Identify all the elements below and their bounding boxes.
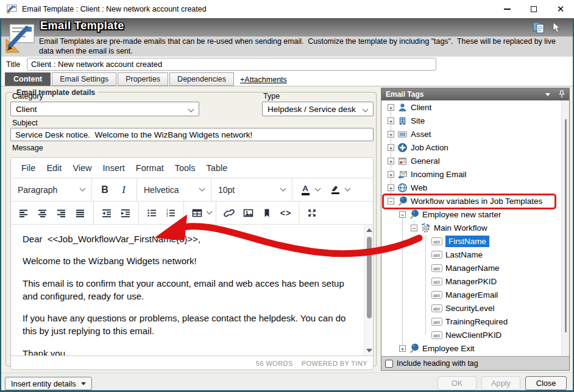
abl-icon (431, 278, 442, 285)
font-size-select[interactable]: 10pt (216, 185, 288, 195)
banner-heading: Email Template (40, 19, 124, 32)
menu-tools[interactable]: Tools (169, 160, 201, 176)
chevron-down-icon[interactable] (315, 186, 321, 192)
tree-item-newclientpkid[interactable]: NewClientPKID (381, 328, 569, 341)
expand-plus-icon[interactable]: + (388, 131, 394, 138)
highlight-color-icon (331, 185, 339, 195)
tab-content[interactable]: Content (5, 72, 51, 86)
highlight-color-button[interactable] (327, 181, 344, 199)
chevron-down-icon[interactable] (207, 209, 213, 215)
collapse-minus-icon[interactable]: − (411, 225, 417, 231)
text-color-button[interactable]: A (297, 181, 314, 199)
rich-text-editor: File Edit View Insert Format Tools Table… (10, 157, 374, 370)
numbered-list-button[interactable]: 123 (162, 204, 179, 222)
tree-item-site[interactable]: + Site (381, 114, 569, 127)
insert-entity-details-button[interactable]: Insert entity details (5, 377, 92, 390)
align-right-icon (57, 208, 66, 218)
close-dialog-button[interactable]: Close (525, 376, 567, 390)
bold-button[interactable]: B (96, 181, 113, 199)
code-button[interactable]: <> (277, 204, 294, 222)
workflow-icon (409, 209, 419, 220)
maximize-icon (531, 6, 537, 12)
expand-plus-icon[interactable]: + (388, 158, 394, 164)
editor-paragraph: This email is to confirm that your accou… (23, 277, 355, 303)
tree-item-managerpkid[interactable]: ManagerPKID (381, 275, 569, 288)
link-button[interactable] (221, 204, 238, 222)
tab-properties[interactable]: Properties (118, 72, 168, 86)
category-select[interactable]: Client (10, 102, 199, 116)
tree-item-client[interactable]: + Client (381, 100, 569, 114)
font-select[interactable]: Helvetica (141, 185, 207, 195)
tree-item-employee-new-starter[interactable]: − Employee new starter (381, 208, 569, 221)
align-right-button[interactable] (53, 204, 70, 222)
scrollbar-thumb[interactable] (367, 237, 372, 318)
type-select[interactable]: Helpdesk / Service desk (262, 102, 374, 116)
expand-plus-icon[interactable]: + (399, 345, 406, 352)
fullscreen-button[interactable] (303, 204, 321, 222)
link-icon (224, 208, 235, 218)
menu-file[interactable]: File (16, 160, 41, 176)
align-justify-button[interactable] (72, 204, 89, 222)
include-heading-checkbox[interactable] (385, 360, 393, 368)
menu-edit[interactable]: Edit (41, 160, 67, 176)
subject-input[interactable] (10, 128, 374, 141)
scroll-down-icon[interactable] (366, 349, 372, 352)
bookmark-button[interactable] (258, 204, 275, 222)
menu-table[interactable]: Table (201, 160, 233, 176)
abl-icon (431, 251, 442, 259)
tree-item-asset[interactable]: + Asset (381, 127, 569, 141)
dropdown-caret-icon (81, 382, 86, 385)
menu-format[interactable]: Format (130, 160, 169, 176)
pin-icon[interactable] (559, 90, 565, 99)
align-left-icon (19, 208, 29, 218)
collapse-minus-icon[interactable]: − (399, 211, 406, 218)
apply-button[interactable]: Apply (481, 376, 520, 390)
tree-item-manageremail[interactable]: ManagerEmail (381, 288, 569, 301)
expand-plus-icon[interactable]: + (388, 117, 394, 124)
table-button[interactable] (188, 204, 205, 222)
copy-icon[interactable] (533, 21, 546, 33)
title-input[interactable] (27, 58, 436, 71)
tree-item-lastname[interactable]: LastName (381, 248, 569, 261)
tree-item-employee-exit[interactable]: + Employee Exit (381, 341, 569, 355)
maximize-button[interactable] (520, 0, 547, 18)
tree-item-main-workflow[interactable]: − Main Workflow (381, 221, 569, 234)
ok-button[interactable]: OK (438, 376, 477, 390)
tree-item-trainingrequired[interactable]: TrainingRequired (381, 315, 569, 328)
align-left-button[interactable] (15, 204, 32, 222)
image-button[interactable] (239, 204, 257, 222)
expand-plus-icon[interactable]: + (388, 144, 394, 151)
chevron-down-icon[interactable] (345, 186, 351, 192)
minimize-button[interactable] (494, 0, 520, 18)
tab-attachments[interactable]: +Attachments (236, 74, 291, 86)
expand-plus-icon[interactable]: + (388, 184, 394, 191)
outdent-icon (102, 208, 112, 218)
tree-item-managername[interactable]: ManagerName (381, 261, 569, 275)
editor-scrollbar[interactable] (364, 225, 373, 355)
tree-item-general[interactable]: + General (381, 154, 569, 167)
italic-button[interactable]: I (115, 181, 132, 199)
bullet-list-button[interactable] (143, 204, 160, 222)
scroll-up-icon[interactable] (366, 228, 372, 232)
tree-item-web[interactable]: + Web (381, 181, 569, 194)
tree-item-job-action[interactable]: + Job Action (381, 141, 569, 154)
expand-plus-icon[interactable]: + (388, 104, 394, 111)
close-button[interactable]: ✕ (547, 0, 574, 18)
chevron-down-icon (280, 186, 286, 192)
expand-plus-icon[interactable]: + (388, 171, 394, 178)
menu-view[interactable]: View (67, 160, 97, 176)
menu-insert[interactable]: Insert (97, 160, 130, 176)
tab-dependencies[interactable]: Dependencies (169, 72, 234, 86)
align-center-button[interactable] (34, 204, 51, 222)
workflow-gear-icon (420, 223, 431, 233)
outdent-button[interactable] (98, 204, 115, 222)
tree-item-incoming-email[interactable]: + Incoming Email (381, 167, 569, 181)
editor-content[interactable]: Dear <<Job_WorkflowVar_FirstName{6}>>, W… (11, 224, 373, 355)
tab-email-settings[interactable]: Email Settings (52, 72, 116, 86)
indent-button[interactable] (117, 204, 134, 222)
tree-item-firstname[interactable]: FirstName (381, 234, 569, 248)
tree-item-securitylevel[interactable]: SecurityLevel (381, 301, 569, 315)
panel-dropdown-icon[interactable] (545, 93, 550, 96)
tab-strip: Content Email Settings Properties Depend… (5, 73, 291, 86)
format-select[interactable]: Paragraph (15, 185, 87, 195)
